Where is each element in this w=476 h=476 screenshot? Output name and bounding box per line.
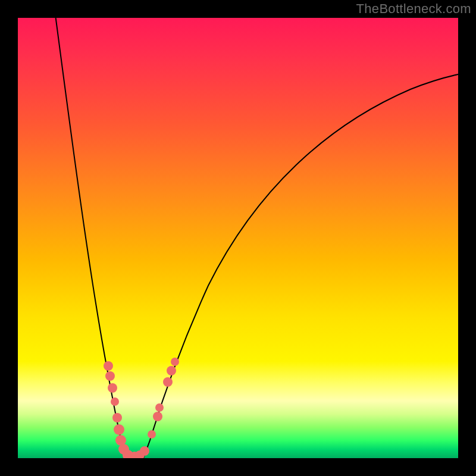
highlight-dot (163, 377, 173, 387)
watermark-text: TheBottleneck.com (356, 1, 471, 17)
highlight-dot (112, 413, 122, 422)
outer-frame: TheBottleneck.com (0, 0, 476, 476)
highlight-dot (108, 383, 117, 393)
left-curve (55, 18, 127, 458)
highlight-dot (114, 424, 124, 435)
chart-svg (18, 18, 458, 458)
highlight-dot (153, 412, 162, 421)
highlight-dot (167, 366, 176, 375)
highlight-dot (140, 446, 149, 456)
plot-area (18, 18, 458, 458)
right-curve (143, 74, 458, 458)
highlight-dot (105, 371, 115, 381)
highlight-dot (171, 358, 179, 366)
highlight-dot (111, 397, 119, 406)
highlight-dot (155, 403, 164, 412)
highlight-dot (104, 361, 113, 371)
highlight-dot (148, 430, 156, 439)
